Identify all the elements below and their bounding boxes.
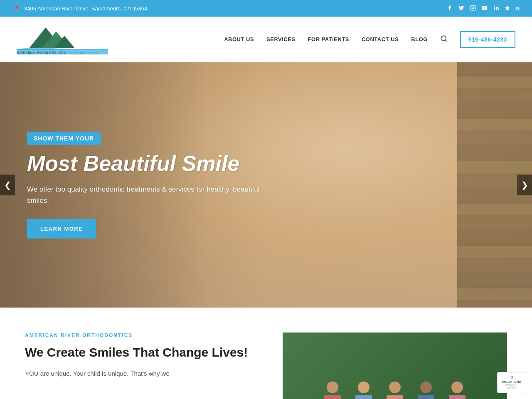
yelp-link[interactable]: ✱: [505, 5, 510, 12]
svg-rect-0: [470, 5, 475, 10]
team-photo: [283, 332, 507, 399]
youtube-link[interactable]: [482, 5, 488, 12]
logo-subtitle: AMERICAN RIVER ORTHODONTICS: [17, 51, 98, 55]
team-member-3: [380, 382, 409, 399]
instagram-link[interactable]: [470, 5, 476, 12]
nav-about-us[interactable]: ABOUT US: [224, 36, 254, 42]
svg-point-3: [494, 5, 495, 6]
search-button[interactable]: [440, 35, 448, 44]
about-section-body: YOU are unique. Your child is unique. Th…: [25, 368, 258, 379]
top-bar: 📍 3406 American River Drive, Sacramento,…: [0, 0, 532, 17]
team-member-5: [443, 382, 472, 399]
address-text: 3406 American River Drive, Sacramento, C…: [24, 5, 147, 12]
svg-line-10: [445, 40, 446, 41]
team-member-1: [318, 382, 347, 399]
nav-blog[interactable]: BLOG: [411, 36, 428, 42]
hero-next-button[interactable]: ❯: [517, 175, 532, 195]
about-text: AMERICAN RIVER ORTHODONTICS We Create Sm…: [25, 332, 258, 379]
google-link[interactable]: G: [515, 5, 520, 12]
location-icon: 📍: [12, 5, 21, 12]
hero-description: We offer top quality orthodontic treatme…: [27, 184, 260, 206]
team-figures: [283, 332, 507, 399]
team-member-2: [349, 382, 378, 399]
team-member-4: [411, 382, 441, 399]
about-section: AMERICAN RIVER ORTHODONTICS We Create Sm…: [0, 308, 532, 399]
about-section-tag: AMERICAN RIVER ORTHODONTICS: [25, 332, 258, 338]
recaptcha-label: reCAPTCHA: [502, 380, 522, 384]
nav-for-patients[interactable]: FOR PATIENTS: [308, 36, 349, 42]
hero-section: SHOW THEM YOUR Most Beautiful Smile We o…: [0, 62, 532, 308]
svg-point-9: [441, 36, 446, 41]
recaptcha-sub: Privacy - Terms: [502, 384, 522, 389]
address-area: 📍 3406 American River Drive, Sacramento,…: [12, 5, 147, 12]
twitter-link[interactable]: [458, 5, 464, 12]
navbar: MICHAEL H PAYNE DDS, MSD AMERICAN RIVER …: [0, 17, 532, 62]
social-links: ✱ G: [447, 5, 520, 12]
hero-title: Most Beautiful Smile: [27, 152, 260, 175]
hero-tag: SHOW THEM YOUR: [27, 132, 101, 145]
nav-services[interactable]: SERVICES: [266, 36, 296, 42]
about-section-title: We Create Smiles That Change Lives!: [25, 345, 258, 360]
logo[interactable]: MICHAEL H PAYNE DDS, MSD AMERICAN RIVER …: [17, 23, 108, 55]
nav-contact-us[interactable]: CONTACT US: [362, 36, 399, 42]
recaptcha-badge: 🛡️ reCAPTCHA Privacy - Terms: [497, 372, 526, 393]
hero-content: SHOW THEM YOUR Most Beautiful Smile We o…: [27, 132, 260, 239]
phone-button[interactable]: 916-486-4233: [460, 31, 515, 48]
nav-links: ABOUT US SERVICES FOR PATIENTS CONTACT U…: [224, 31, 515, 48]
hero-prev-button[interactable]: ❮: [0, 175, 15, 195]
facebook-link[interactable]: [447, 5, 453, 12]
linkedin-link[interactable]: [493, 5, 499, 12]
learn-more-button[interactable]: LEARN MORE: [27, 219, 96, 238]
